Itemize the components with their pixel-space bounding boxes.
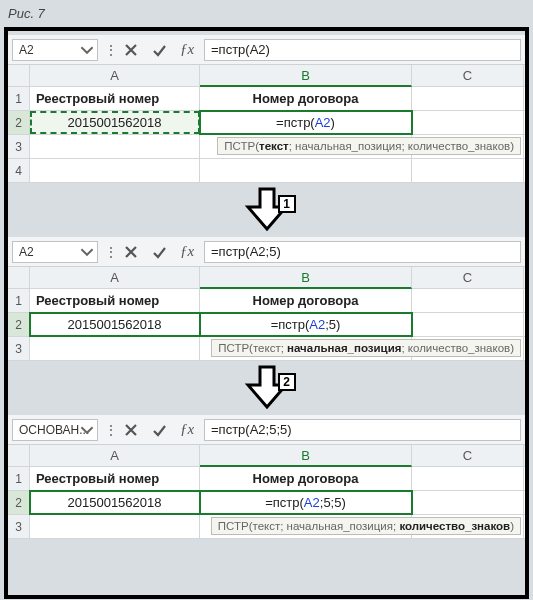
cell-c1[interactable]: [412, 87, 524, 110]
step-arrow-2: 2: [8, 365, 525, 409]
formula-bar-handle-icon: ⋮: [104, 45, 114, 55]
column-header-a[interactable]: A: [30, 267, 200, 288]
formula-text: =пстр(A2;5): [211, 244, 281, 259]
cell-b4[interactable]: [200, 159, 412, 182]
cell-b2-text: =пстр(A2): [276, 115, 335, 130]
name-box-value: A2: [19, 43, 34, 57]
step-number-badge: 1: [278, 195, 296, 213]
cell-a1[interactable]: Реестровый номер: [30, 289, 200, 312]
function-arguments-tooltip: ПСТР(текст; начальная_позиция; количеств…: [217, 137, 521, 155]
column-header-c[interactable]: C: [412, 267, 524, 288]
cell-a1[interactable]: Реестровый номер: [30, 467, 200, 490]
cell-a2[interactable]: 2015001562018: [30, 111, 200, 134]
formula-bar: A2 ⋮ ƒx =пстр(A2;5): [8, 237, 525, 267]
column-header-b[interactable]: B: [200, 65, 412, 87]
row-header-2[interactable]: 2: [8, 313, 30, 336]
cancel-button[interactable]: [120, 419, 142, 441]
cell-c4[interactable]: [412, 159, 524, 182]
cancel-button[interactable]: [120, 39, 142, 61]
formula-text: =пстр(A2): [211, 42, 270, 57]
insert-function-button[interactable]: ƒx: [176, 39, 198, 61]
column-header-b[interactable]: B: [200, 445, 412, 467]
formula-bar: ОСНОВАН... ⋮ ƒx =пстр(A2;5;5): [8, 415, 525, 445]
excel-step-3: ОСНОВАН... ⋮ ƒx =пстр(A2;5;5) A B: [8, 415, 525, 539]
excel-step-1: A2 ⋮ ƒx =пстр(A2) A B C: [8, 35, 525, 183]
cell-b1[interactable]: Номер договора: [200, 87, 412, 110]
select-all-corner[interactable]: [8, 65, 30, 86]
cell-c2[interactable]: [412, 491, 524, 514]
column-header-c[interactable]: C: [412, 65, 524, 86]
enter-button[interactable]: [148, 39, 170, 61]
function-arguments-tooltip: ПСТР(текст; начальная_позиция; количеств…: [211, 339, 521, 357]
name-box-dropdown-icon[interactable]: [80, 43, 94, 57]
row-header-3[interactable]: 3: [8, 337, 30, 360]
cell-a3[interactable]: [30, 135, 200, 158]
worksheet-grid: A B C 1 Реестровый номер Номер договора …: [8, 445, 525, 539]
cell-b2[interactable]: =пстр(A2;5): [200, 313, 412, 336]
row-header-2[interactable]: 2: [8, 111, 30, 134]
column-header-b[interactable]: B: [200, 267, 412, 289]
cell-c2[interactable]: [412, 313, 524, 336]
cancel-button[interactable]: [120, 241, 142, 263]
cell-b2[interactable]: =пстр(A2): [200, 111, 412, 134]
step-arrow-1: 1: [8, 187, 525, 231]
cell-a2[interactable]: 2015001562018: [30, 313, 200, 336]
name-box[interactable]: A2: [12, 39, 98, 61]
row-header-4[interactable]: 4: [8, 159, 30, 182]
name-box-value: A2: [19, 245, 34, 259]
insert-function-button[interactable]: ƒx: [176, 419, 198, 441]
column-header-c[interactable]: C: [412, 445, 524, 466]
worksheet-grid: A B C 1 Реестровый номер Номер договора …: [8, 65, 525, 183]
figure-label: Рис. 7: [0, 0, 533, 27]
function-arguments-tooltip: ПСТР(текст; начальная_позиция; количеств…: [211, 517, 521, 535]
formula-bar: A2 ⋮ ƒx =пстр(A2): [8, 35, 525, 65]
row-header-1[interactable]: 1: [8, 87, 30, 110]
cell-b2-text: =пстр(A2;5): [271, 317, 341, 332]
formula-bar-handle-icon: ⋮: [104, 425, 114, 435]
cell-a3[interactable]: [30, 337, 200, 360]
cell-c1[interactable]: [412, 467, 524, 490]
column-header-a[interactable]: A: [30, 65, 200, 86]
enter-button[interactable]: [148, 241, 170, 263]
name-box[interactable]: A2: [12, 241, 98, 263]
enter-button[interactable]: [148, 419, 170, 441]
select-all-corner[interactable]: [8, 267, 30, 288]
cell-a1[interactable]: Реестровый номер: [30, 87, 200, 110]
row-header-3[interactable]: 3: [8, 515, 30, 538]
row-header-1[interactable]: 1: [8, 467, 30, 490]
cell-c2[interactable]: [412, 111, 524, 134]
cell-b1[interactable]: Номер договора: [200, 467, 412, 490]
formula-bar-handle-icon: ⋮: [104, 247, 114, 257]
cell-a4[interactable]: [30, 159, 200, 182]
insert-function-button[interactable]: ƒx: [176, 241, 198, 263]
excel-step-2: A2 ⋮ ƒx =пстр(A2;5) A B C: [8, 237, 525, 361]
name-box[interactable]: ОСНОВАН...: [12, 419, 98, 441]
name-box-dropdown-icon[interactable]: [80, 245, 94, 259]
column-header-a[interactable]: A: [30, 445, 200, 466]
name-box-value: ОСНОВАН...: [19, 423, 89, 437]
row-header-2[interactable]: 2: [8, 491, 30, 514]
row-header-1[interactable]: 1: [8, 289, 30, 312]
tutorial-frame: A2 ⋮ ƒx =пстр(A2) A B C: [4, 27, 529, 599]
formula-input[interactable]: =пстр(A2;5): [204, 241, 521, 263]
cell-a2[interactable]: 2015001562018: [30, 491, 200, 514]
step-number-badge: 2: [278, 373, 296, 391]
cell-a3[interactable]: [30, 515, 200, 538]
cell-b2[interactable]: =пстр(A2;5;5): [200, 491, 412, 514]
cell-b2-text: =пстр(A2;5;5): [265, 495, 346, 510]
cell-b1[interactable]: Номер договора: [200, 289, 412, 312]
formula-text: =пстр(A2;5;5): [211, 422, 292, 437]
cell-c1[interactable]: [412, 289, 524, 312]
formula-input[interactable]: =пстр(A2): [204, 39, 521, 61]
row-header-3[interactable]: 3: [8, 135, 30, 158]
select-all-corner[interactable]: [8, 445, 30, 466]
name-box-dropdown-icon[interactable]: [80, 423, 94, 437]
worksheet-grid: A B C 1 Реестровый номер Номер договора …: [8, 267, 525, 361]
formula-input[interactable]: =пстр(A2;5;5): [204, 419, 521, 441]
